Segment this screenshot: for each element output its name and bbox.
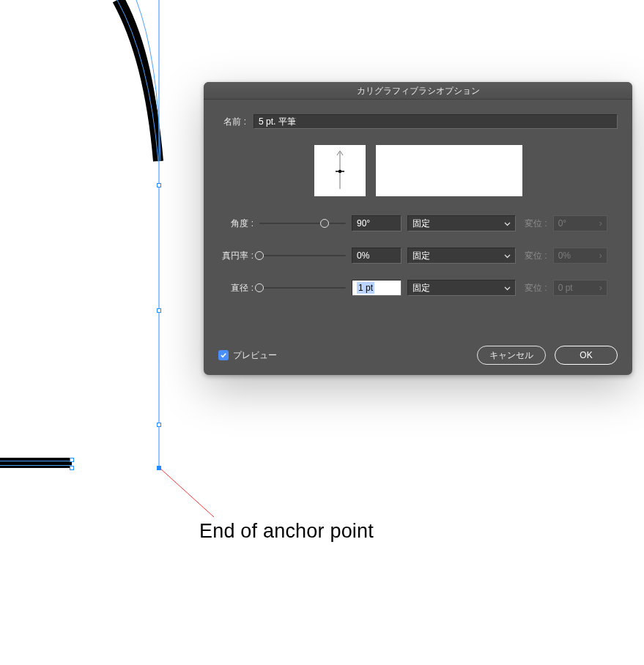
roundness-slider[interactable] (259, 250, 346, 261)
diameter-row: 直径 : 1 pt 固定 変位 : 0 pt › (218, 280, 618, 296)
diameter-label: 直径 : (218, 282, 253, 294)
cancel-button[interactable]: キャンセル (477, 346, 546, 365)
name-label: 名前 : (218, 116, 246, 128)
chevron-right-icon: › (599, 250, 602, 261)
diameter-variation-input: 0 pt › (553, 280, 607, 296)
roundness-label: 真円率 : (218, 250, 253, 262)
chevron-down-icon (504, 285, 511, 291)
roundness-variation-label: 変位 : (525, 250, 547, 262)
anchor-point[interactable] (157, 308, 161, 313)
anchor-point[interactable] (70, 466, 74, 470)
anchor-point[interactable] (70, 458, 74, 462)
anchor-point-end[interactable] (157, 466, 161, 470)
angle-variation-input: 0° › (553, 215, 607, 231)
diameter-mode-select[interactable]: 固定 (407, 280, 516, 296)
angle-input[interactable]: 90° (352, 215, 401, 231)
dialog-title: カリグラフィブラシオプション (204, 82, 632, 100)
anchor-point[interactable] (157, 423, 161, 427)
chevron-down-icon (504, 253, 511, 259)
angle-preview[interactable] (314, 145, 366, 196)
roundness-input[interactable]: 0% (352, 248, 401, 264)
shape-preview (376, 145, 522, 196)
roundness-variation-input: 0% › (553, 248, 607, 264)
black-bar-shape (0, 458, 72, 468)
chevron-right-icon: › (599, 283, 602, 293)
angle-slider[interactable] (259, 218, 346, 229)
chevron-down-icon (504, 220, 511, 227)
preview-checkbox[interactable]: プレビュー (218, 349, 277, 362)
angle-row: 角度 : 90° 固定 変位 : 0° › (218, 215, 618, 231)
svg-line-1 (160, 468, 214, 517)
diameter-slider[interactable] (259, 283, 346, 293)
preview-checkbox-label: プレビュー (233, 349, 277, 362)
brush-name-input[interactable] (253, 114, 618, 129)
diameter-variation-label: 変位 : (525, 282, 547, 294)
roundness-mode-select[interactable]: 固定 (407, 248, 516, 264)
chevron-right-icon: › (599, 218, 602, 229)
angle-variation-label: 変位 : (525, 218, 547, 230)
annotation-label: End of anchor point (199, 520, 374, 543)
diameter-input[interactable]: 1 pt (352, 280, 401, 296)
ok-button[interactable]: OK (555, 346, 618, 365)
angle-label: 角度 : (218, 218, 253, 230)
brush-options-dialog: カリグラフィブラシオプション 名前 : 角度 : (204, 82, 632, 375)
anchor-point[interactable] (157, 183, 161, 187)
roundness-row: 真円率 : 0% 固定 変位 : 0% › (218, 248, 618, 264)
angle-mode-select[interactable]: 固定 (407, 215, 516, 231)
checkbox-checked-icon (218, 350, 229, 360)
